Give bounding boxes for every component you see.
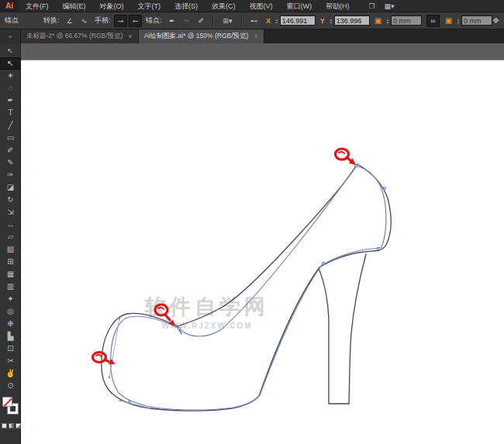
perspective-grid-tool[interactable]: ⊞ bbox=[0, 256, 21, 268]
menu-item-help[interactable]: 帮助(H) bbox=[319, 0, 357, 12]
line-segment-tool[interactable]: ╱ bbox=[0, 119, 21, 132]
x-coordinate-label: X bbox=[266, 17, 271, 25]
anchor-points[interactable] bbox=[111, 165, 386, 404]
lasso-tool[interactable]: ◌ bbox=[0, 82, 21, 95]
app-logo: Ai bbox=[0, 0, 19, 12]
isolate-selection-icon[interactable]: ⊷ bbox=[247, 15, 261, 27]
toolbar-collapse-icon[interactable]: » bbox=[0, 29, 21, 43]
height-icon: ▣ bbox=[445, 16, 452, 25]
menu-bar: Ai 文件(F)编辑(E)对象(O)文字(T)选择(S)效果(C)视图(V)窗口… bbox=[0, 0, 504, 12]
width-field[interactable] bbox=[391, 15, 422, 26]
gradient-button[interactable] bbox=[9, 423, 14, 429]
tab-untitled-2[interactable]: 未标题-2* @ 66.67% (RGB/预览) × bbox=[21, 29, 139, 43]
more-options-icon[interactable]: ❖ bbox=[492, 16, 499, 25]
symbol-sprayer-tool[interactable]: ❉ bbox=[0, 318, 21, 330]
fill-stroke-indicator bbox=[0, 397, 21, 418]
magic-wand-tool[interactable]: ✶ bbox=[0, 70, 21, 82]
menu-item-file[interactable]: 文件(F) bbox=[19, 0, 56, 12]
slice-tool[interactable]: ✂ bbox=[0, 355, 21, 367]
workspace-switcher-icon[interactable]: ▦▾ bbox=[385, 2, 395, 10]
none-button[interactable] bbox=[16, 423, 21, 429]
reference-outline bbox=[102, 164, 391, 411]
rectangle-tool[interactable]: ▭ bbox=[0, 132, 21, 144]
width-icon: ▣ bbox=[375, 16, 381, 25]
annotation-vamp-anchor bbox=[155, 305, 175, 326]
color-button[interactable] bbox=[2, 423, 7, 429]
align-menu-button[interactable]: ⊞▾ bbox=[219, 15, 237, 27]
none-slash-icon bbox=[16, 423, 21, 429]
mesh-tool[interactable]: ▦ bbox=[0, 268, 21, 281]
shape-builder-tool[interactable]: ▧ bbox=[0, 243, 21, 256]
show-handles-button[interactable]: ⊸ bbox=[114, 15, 127, 27]
document-tab-bar: » 未标题-2* @ 66.67% (RGB/预览) × Ai绘制图案.ai* … bbox=[0, 29, 504, 43]
annotation-top-anchor bbox=[336, 149, 357, 165]
shoe-body-outline bbox=[102, 164, 379, 411]
eraser-tool[interactable]: ◪ bbox=[0, 181, 21, 194]
menu-item-view[interactable]: 视图(V) bbox=[243, 0, 280, 12]
hand-tool[interactable]: ✌ bbox=[0, 367, 21, 380]
width-stepper[interactable]: ▴▾ bbox=[385, 18, 391, 24]
shoe-drawing bbox=[21, 43, 504, 444]
menu-item-effect[interactable]: 效果(C) bbox=[205, 0, 243, 12]
free-transform-tool[interactable]: ▱ bbox=[0, 231, 21, 243]
pen-traced-path[interactable] bbox=[110, 166, 385, 410]
direct-selection-tool[interactable]: ↖ bbox=[0, 57, 21, 70]
blend-tool[interactable]: ◎ bbox=[0, 305, 21, 318]
zoom-tool[interactable]: ⊙ bbox=[0, 380, 21, 392]
x-coordinate-field[interactable] bbox=[280, 15, 316, 26]
anchor-point bbox=[129, 401, 131, 404]
type-tool[interactable]: T bbox=[0, 107, 21, 119]
menu-item-select[interactable]: 选择(S) bbox=[167, 0, 205, 12]
anchor-point bbox=[178, 328, 181, 330]
menu-item-window[interactable]: 窗口(W) bbox=[280, 0, 319, 12]
y-coordinate-label: Y bbox=[320, 17, 325, 25]
menu-item-type[interactable]: 文字(T) bbox=[131, 0, 168, 12]
menu-item-edit[interactable]: 编辑(E) bbox=[56, 0, 93, 12]
rotate-tool[interactable]: ↻ bbox=[0, 194, 21, 206]
close-icon[interactable]: × bbox=[128, 33, 132, 40]
add-anchor-button[interactable]: ✑ bbox=[180, 15, 193, 27]
control-bar: 锚点 转换: ∠ ∿ 手柄: ⊸ ⊸ 锚点: ✒ ✑ ✐ ⊞▾ ⊷ X ▴▾ Y… bbox=[0, 12, 504, 29]
tool-list: ↖↖✶◌✒T╱▭✐✎✑◪↻⇲↔▱▧⊞▦▥✦◎❉▙⊡✂✌⊙ bbox=[0, 45, 21, 392]
anchor-point bbox=[378, 248, 380, 250]
height-stepper[interactable]: ▴▾ bbox=[455, 18, 461, 24]
eyedropper-tool[interactable]: ✦ bbox=[0, 293, 21, 305]
anchors-label: 锚点: bbox=[146, 15, 162, 26]
arrange-documents-icon[interactable]: ❐ bbox=[369, 2, 375, 10]
paintbrush-tool[interactable]: ✐ bbox=[0, 144, 21, 157]
y-coordinate-field[interactable] bbox=[334, 15, 370, 26]
convert-to-smooth-button[interactable]: ∿ bbox=[78, 15, 91, 27]
tab-title: Ai绘制图案.ai* @ 150% (RGB/预览) bbox=[144, 32, 249, 41]
fill-swatch-none[interactable] bbox=[2, 397, 12, 407]
tab-ai-drawing[interactable]: Ai绘制图案.ai* @ 150% (RGB/预览) × bbox=[139, 29, 264, 43]
anchor-panel-title: 锚点 bbox=[5, 15, 19, 26]
close-icon[interactable]: × bbox=[254, 33, 257, 40]
column-graph-tool[interactable]: ▙ bbox=[0, 330, 21, 342]
handles-label: 手柄: bbox=[95, 15, 111, 26]
annotation-toe-anchor bbox=[93, 353, 116, 365]
artboard-canvas[interactable]: 软件自学网 WWW.RJZXW.COM bbox=[21, 43, 504, 444]
illustrator-window: Ai 文件(F)编辑(E)对象(O)文字(T)选择(S)效果(C)视图(V)窗口… bbox=[0, 0, 504, 444]
width-tool[interactable]: ↔ bbox=[0, 219, 21, 231]
remove-anchor-button[interactable]: ✒ bbox=[165, 15, 178, 27]
heel-outline bbox=[319, 254, 366, 404]
artboard-tool[interactable]: ⊡ bbox=[0, 342, 21, 355]
selection-tool[interactable]: ↖ bbox=[0, 45, 21, 57]
pencil-tool[interactable]: ✎ bbox=[0, 157, 21, 169]
blob-brush-tool[interactable]: ✑ bbox=[0, 169, 21, 181]
separator bbox=[241, 15, 243, 26]
y-stepper[interactable]: ▴▾ bbox=[328, 18, 334, 24]
hide-handles-button[interactable]: ⊸ bbox=[129, 15, 142, 27]
link-dimensions-icon[interactable]: ∞ bbox=[426, 15, 440, 27]
menu-item-object[interactable]: 对象(O) bbox=[93, 0, 131, 12]
connect-path-button[interactable]: ✐ bbox=[195, 15, 208, 27]
separator bbox=[212, 15, 214, 26]
pen-tool[interactable]: ✒ bbox=[0, 95, 21, 107]
gradient-tool[interactable]: ▥ bbox=[0, 281, 21, 293]
x-stepper[interactable]: ▴▾ bbox=[274, 18, 280, 24]
height-field[interactable] bbox=[461, 15, 492, 26]
paint-mode-buttons bbox=[2, 423, 21, 429]
convert-to-corner-button[interactable]: ∠ bbox=[64, 15, 77, 27]
menu-items: 文件(F)编辑(E)对象(O)文字(T)选择(S)效果(C)视图(V)窗口(W)… bbox=[19, 0, 357, 12]
scale-tool[interactable]: ⇲ bbox=[0, 206, 21, 219]
